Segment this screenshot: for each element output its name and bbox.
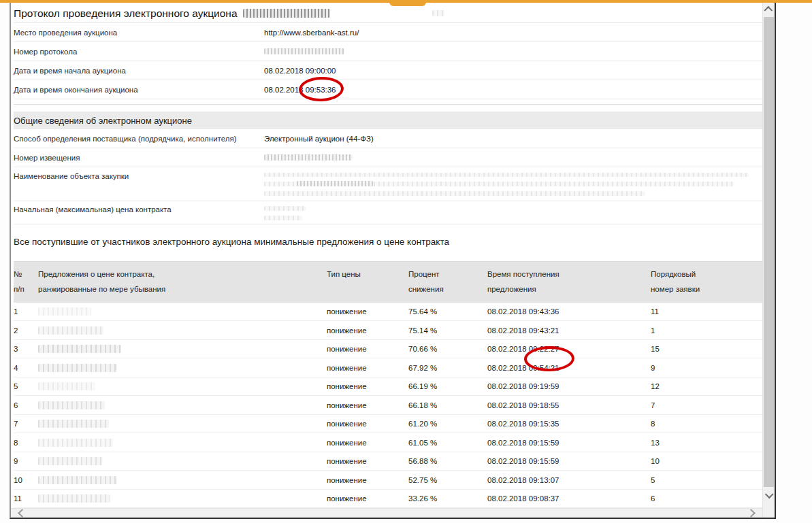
application-number-cell: 11 <box>651 307 762 316</box>
scroll-left-icon[interactable] <box>18 509 27 518</box>
application-number-cell: 9 <box>651 364 762 372</box>
percent-cell: 33.26 % <box>408 494 487 503</box>
participant-redaction-blur <box>38 307 91 316</box>
price-type-cell: понижение <box>327 439 408 447</box>
price-type-cell: понижение <box>327 326 408 335</box>
participant-cell <box>38 307 327 316</box>
participant-cell <box>38 364 327 372</box>
scroll-right-icon[interactable] <box>747 509 756 518</box>
row-number-cell: 8 <box>14 439 38 447</box>
time-cell: 08.02.2018 09:15:59 <box>487 439 651 447</box>
participant-cell <box>38 457 327 465</box>
protocol-document: Протокол проведения электронного аукцион… <box>11 3 762 508</box>
venue-label: Место проведения аукциона <box>14 29 264 37</box>
participant-redaction-blur <box>38 382 95 390</box>
section-separator <box>14 99 762 105</box>
participant-redaction-blur <box>38 345 121 353</box>
time-cell: 08.02.2018 09:43:36 <box>487 307 651 316</box>
percent-cell: 66.18 % <box>408 401 487 409</box>
application-number-cell: 6 <box>651 494 762 503</box>
general-info-table: Способ определения поставщика (подрядчик… <box>14 129 762 224</box>
method-label: Способ определения поставщика (подрядчик… <box>14 135 264 143</box>
purchase-object-label: Наименование объекта закупки <box>14 167 264 180</box>
row-number-cell: 4 <box>14 364 38 372</box>
row-number-cell: 9 <box>14 457 38 465</box>
application-number-cell: 8 <box>651 420 762 428</box>
header-proposal: Предложения о цене контракта, ранжирован… <box>38 267 327 297</box>
offers-section-heading: Все поступившие от участников электронно… <box>14 233 762 250</box>
auction-info-table: Место проведения аукциона http://www.sbe… <box>14 22 762 99</box>
application-number-cell: 13 <box>651 439 762 447</box>
purchase-object-redaction <box>264 167 762 199</box>
table-row: 4 понижение 67.92 % 08.02.2018 09:54:21 … <box>14 358 762 377</box>
title-row: Протокол проведения электронного аукцион… <box>14 3 762 22</box>
header-price-type: Тип цены <box>327 267 408 297</box>
table-row: 11 понижение 33.26 % 08.02.2018 09:08:37… <box>14 490 762 509</box>
header-time: Время поступления предложения <box>487 267 651 297</box>
chevron-down-icon <box>765 490 774 499</box>
participant-cell <box>38 326 327 335</box>
percent-cell: 70.66 % <box>408 345 487 353</box>
price-type-cell: понижение <box>327 364 408 372</box>
field-row-initial-price: Начальная (максимальная) цена контракта <box>14 201 762 224</box>
application-number-cell: 12 <box>651 382 762 390</box>
participant-cell <box>38 382 327 390</box>
field-row-start-datetime: Дата и время начала аукциона 08.02.2018 … <box>14 61 762 80</box>
price-type-cell: понижение <box>327 420 408 428</box>
application-number-cell: 1 <box>651 326 762 335</box>
scroll-down-button[interactable] <box>763 488 775 501</box>
field-row-method: Способ определения поставщика (подрядчик… <box>14 129 762 148</box>
row-number-cell: 10 <box>14 476 38 484</box>
percent-cell: 56.88 % <box>408 457 487 465</box>
percent-cell: 61.20 % <box>408 420 487 428</box>
notice-number-redaction-blur <box>264 154 353 161</box>
table-row: 9 понижение 56.88 % 08.02.2018 09:15:59 … <box>14 452 762 471</box>
participant-redaction-blur <box>38 457 102 465</box>
table-row: 6 понижение 66.18 % 08.02.2018 09:18:55 … <box>14 396 762 415</box>
start-datetime-value: 08.02.2018 09:00:00 <box>264 67 762 75</box>
protocol-number-redaction-blur <box>264 48 344 54</box>
percent-cell: 75.14 % <box>408 326 487 335</box>
table-row: 2 понижение 75.14 % 08.02.2018 09:43:21 … <box>14 321 762 340</box>
row-number-cell: 1 <box>14 307 38 316</box>
venue-value: http://www.sberbank-ast.ru/ <box>264 29 762 37</box>
price-type-cell: понижение <box>327 476 408 484</box>
field-row-protocol-number: Номер протокола <box>14 42 762 61</box>
general-section-heading-band: Общие сведения об электронном аукционе <box>14 112 762 129</box>
application-number-cell: 5 <box>651 476 762 484</box>
vertical-scrollbar[interactable] <box>762 3 775 518</box>
general-section-heading: Общие сведения об электронном аукционе <box>14 116 192 126</box>
protocol-number-label: Номер протокола <box>14 48 264 56</box>
initial-price-redaction <box>264 201 762 224</box>
document-panel: Протокол проведения электронного аукцион… <box>10 3 776 519</box>
time-cell: 08.02.2018 09:15:35 <box>487 420 651 428</box>
participant-redaction-blur <box>38 326 103 335</box>
redaction-blur-line <box>264 191 645 196</box>
participant-redaction-blur <box>38 364 117 372</box>
time-cell: 08.02.2018 09:43:21 <box>487 326 651 335</box>
vertical-scrollbar-thumb[interactable] <box>764 17 774 487</box>
table-row: 3 понижение 70.66 % 08.02.2018 09:22:27 … <box>14 340 762 359</box>
header-percent: Процент снижения <box>408 267 487 297</box>
table-row: 7 понижение 61.20 % 08.02.2018 09:15:35 … <box>14 415 762 434</box>
row-number-cell: 11 <box>14 494 38 503</box>
document-content: Протокол проведения электронного аукцион… <box>11 3 762 518</box>
header-application-number: Порядковый номер заявки <box>651 267 762 297</box>
price-type-cell: понижение <box>327 345 408 353</box>
redaction-blur-line <box>264 216 302 220</box>
table-row: 1 понижение 75.64 % 08.02.2018 09:43:36 … <box>14 303 762 322</box>
time-cell: 08.02.2018 09:18:55 <box>487 401 651 409</box>
offers-table-body: 1 понижение 75.64 % 08.02.2018 09:43:36 … <box>14 303 762 509</box>
redacted-title-fragment-blur <box>432 10 444 16</box>
horizontal-scrollbar[interactable] <box>11 508 762 518</box>
percent-cell: 75.64 % <box>408 307 487 316</box>
percent-cell: 61.05 % <box>408 439 487 447</box>
scroll-up-button[interactable] <box>763 3 775 16</box>
time-cell: 08.02.2018 09:15:59 <box>487 457 651 465</box>
percent-cell: 52.75 % <box>408 476 487 484</box>
time-cell: 08.02.2018 09:13:07 <box>487 476 651 484</box>
participant-redaction-blur <box>38 439 113 447</box>
field-row-notice-number: Номер извещения <box>14 148 762 167</box>
participant-cell <box>38 476 327 484</box>
participant-redaction-blur <box>38 476 117 484</box>
